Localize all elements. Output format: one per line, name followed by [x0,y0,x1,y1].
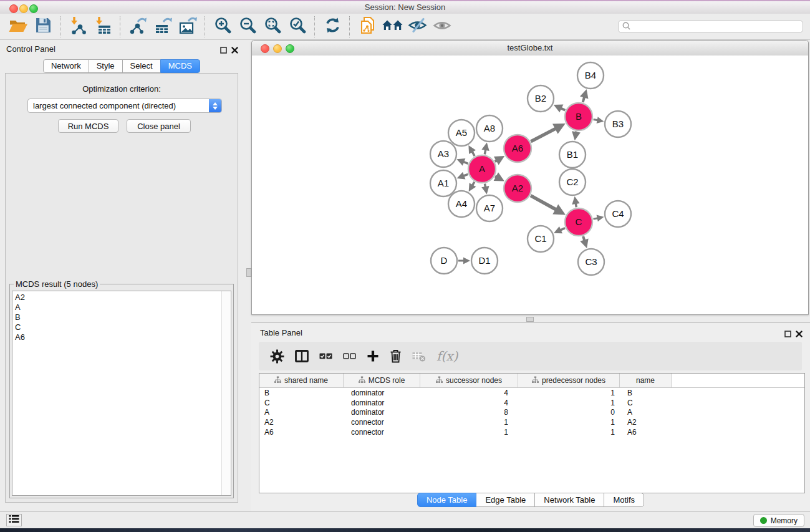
run-mcds-button[interactable]: Run MCDS [58,119,118,133]
table-row[interactable]: A2connector11A2 [259,417,804,427]
import-network-button[interactable] [67,16,89,37]
graph-node-A8[interactable]: A8 [476,115,503,142]
table-row[interactable]: Adominator80A [259,408,804,418]
graph-node-A2[interactable]: A2 [504,175,531,202]
table-cell[interactable]: A6 [620,428,672,437]
graph-edge-C-C4[interactable] [594,215,604,221]
table-cell[interactable]: dominator [344,399,420,407]
apply-function-icon[interactable]: f(x) [436,349,458,364]
list-item[interactable]: A [12,302,221,312]
graph-node-B2[interactable]: B2 [528,85,554,112]
scrollbar[interactable] [221,291,231,495]
tab-motifs[interactable]: Motifs [604,493,644,507]
export-table-button[interactable] [152,16,173,37]
export-image-button[interactable] [177,16,198,37]
zoom-out-button[interactable] [237,16,258,37]
network-window-titlebar[interactable]: testGlobe.txt [252,41,808,56]
table-cell[interactable]: B [620,389,672,397]
vertical-split-handle[interactable] [246,268,251,277]
table-row[interactable]: Cdominator41C [259,398,804,408]
tab-mcds[interactable]: MCDS [160,59,200,73]
table-cell[interactable]: dominator [344,389,420,397]
table-cell[interactable]: A [259,408,344,417]
graph-edge-A-A1[interactable] [457,172,468,180]
graph-node-C[interactable]: C [565,208,592,236]
table-cell[interactable]: 1 [518,428,620,437]
close-panel-icon[interactable] [231,45,238,56]
list-item[interactable]: A6 [12,332,221,342]
graph-node-D1[interactable]: D1 [471,248,498,274]
column-header-shared-name[interactable]: shared name [259,374,344,387]
open-session-button[interactable] [7,16,29,37]
table-cell[interactable]: A2 [620,418,672,427]
float-panel-icon[interactable] [784,329,791,340]
task-history-button[interactable] [6,514,22,526]
table-cell[interactable]: 1 [518,418,620,427]
graph-edge-C-C2[interactable] [572,196,579,208]
close-panel-icon[interactable] [796,329,803,340]
memory-button[interactable]: Memory [753,514,804,527]
table-row[interactable]: A6connector11A6 [259,427,804,437]
graph-node-B3[interactable]: B3 [605,111,631,137]
graph-node-A[interactable]: A [468,155,496,183]
graph-edge-B-B1[interactable] [572,131,581,140]
show-panels-button[interactable] [432,16,453,37]
network-canvas[interactable]: B4B2BB3A5A8A6B1A3AC2A1A2A4A7C4CC1C3DD1 [252,56,808,314]
graph-edge-B-B4[interactable] [580,89,588,102]
table-cell[interactable]: 1 [518,399,620,407]
graph-edge-A6-B[interactable] [531,123,565,142]
graph-node-C4[interactable]: C4 [605,201,631,227]
delete-table-icon[interactable] [412,351,426,362]
table-cell[interactable]: 1 [420,418,518,427]
graph-edge-B-B3[interactable] [594,117,604,123]
network-overview-button[interactable] [382,16,403,37]
column-header-MCDS-role[interactable]: MCDS role [344,374,420,387]
table-row[interactable]: Bdominator41B [259,388,804,398]
table-cell[interactable]: 0 [518,408,620,417]
export-network-button[interactable] [127,16,148,37]
tab-network-table[interactable]: Network Table [534,493,604,507]
table-cell[interactable]: connector [344,418,420,427]
graph-edge-A-A5[interactable] [468,145,476,156]
tab-style[interactable]: Style [89,59,123,73]
close-panel-button[interactable]: Close panel [127,119,191,133]
graph-node-B4[interactable]: B4 [577,62,604,89]
graph-node-C3[interactable]: C3 [578,249,604,275]
zoom-selected-button[interactable] [287,16,308,37]
table-cell[interactable]: 4 [420,389,518,397]
graph-edge-A-A8[interactable] [481,143,489,155]
delete-column-icon[interactable] [390,349,402,363]
float-panel-icon[interactable] [220,45,227,56]
column-header-successor-nodes[interactable]: successor nodes [420,374,518,387]
deselect-all-icon[interactable] [343,353,356,359]
tab-node-table[interactable]: Node Table [417,493,477,507]
search-input[interactable] [633,22,799,32]
table-cell[interactable]: A6 [259,428,344,437]
graph-edge-D-D1[interactable] [458,258,470,264]
search-field[interactable] [618,20,803,33]
save-session-button[interactable] [32,16,54,37]
graph-node-C1[interactable]: C1 [528,226,554,252]
graph-node-A5[interactable]: A5 [448,120,475,146]
graph-edge-B-B2[interactable] [554,105,566,113]
graph-node-B1[interactable]: B1 [559,142,586,168]
graph-node-C2[interactable]: C2 [559,169,586,195]
zoom-fit-button[interactable] [262,16,283,37]
table-cell[interactable]: 1 [518,389,620,397]
refresh-button[interactable] [322,16,343,37]
tab-select[interactable]: Select [122,59,161,73]
column-header-predecessor-nodes[interactable]: predecessor nodes [518,374,620,387]
hide-panels-button[interactable] [407,16,428,37]
horizontal-split-handle[interactable] [526,317,534,322]
graph-node-A1[interactable]: A1 [430,170,456,196]
graph-node-A3[interactable]: A3 [430,141,456,167]
table-cell[interactable]: 8 [420,408,518,417]
table-cell[interactable]: dominator [344,408,420,417]
criterion-dropdown[interactable]: largest connected component (directed) [27,99,222,113]
table-cell[interactable]: 4 [420,399,518,407]
graph-edge-A2-C[interactable] [531,196,566,215]
tab-edge-table[interactable]: Edge Table [476,493,535,507]
split-view-icon[interactable] [295,350,309,362]
import-table-button[interactable] [92,16,113,37]
list-item[interactable]: C [12,322,221,332]
